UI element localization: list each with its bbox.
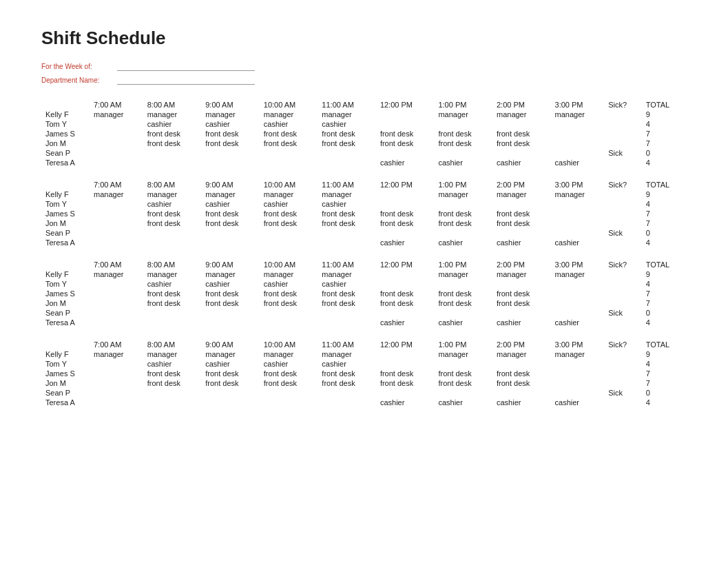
cell-4-0-6: manager — [434, 349, 492, 359]
header-cell-4-9: 3:00 PM — [551, 340, 605, 349]
cell-4-3-8 — [551, 378, 605, 388]
cell-3-3-8 — [551, 298, 605, 308]
table-row: Tom Ycashiercashiercashiercashier4 — [41, 359, 687, 369]
cell-2-5-10: 4 — [642, 238, 687, 247]
cell-2-5-9 — [604, 238, 642, 247]
cell-1-5-1 — [143, 158, 202, 167]
name-cell-2-3: Jon M — [41, 218, 90, 228]
cell-3-2-5: front desk — [376, 289, 435, 298]
table-row: Jon Mfront deskfront deskfront deskfront… — [41, 298, 687, 308]
table-row: Kelly Fmanagermanagermanagermanagermanag… — [41, 110, 687, 119]
header-cell-2-6: 12:00 PM — [376, 180, 435, 190]
cell-4-0-0: manager — [90, 349, 143, 359]
cell-4-0-2: manager — [201, 349, 260, 359]
week-input[interactable] — [117, 61, 255, 71]
header-cell-4-3: 9:00 AM — [201, 340, 260, 349]
header-cell-4-4: 10:00 AM — [260, 340, 318, 349]
schedule-table-1: 7:00 AM8:00 AM9:00 AM10:00 AM11:00 AM12:… — [41, 100, 687, 167]
cell-2-5-8: cashier — [551, 238, 605, 247]
header-cell-3-10: Sick? — [604, 260, 642, 269]
header-cell-1-5: 11:00 AM — [318, 100, 376, 110]
cell-1-5-3 — [260, 158, 318, 167]
header-cell-3-8: 2:00 PM — [492, 260, 551, 269]
cell-3-1-2: cashier — [201, 279, 260, 289]
name-cell-3-1: Tom Y — [41, 279, 90, 289]
cell-3-3-5: front desk — [376, 298, 435, 308]
cell-1-1-8 — [551, 119, 605, 129]
cell-2-2-6: front desk — [434, 209, 492, 218]
cell-1-3-1: front desk — [143, 139, 202, 148]
cell-4-1-3: cashier — [260, 359, 318, 369]
header-cell-1-7: 1:00 PM — [434, 100, 492, 110]
cell-2-4-8 — [551, 228, 605, 238]
schedule-blocks: 7:00 AM8:00 AM9:00 AM10:00 AM11:00 AM12:… — [41, 100, 687, 407]
cell-1-0-10: 9 — [642, 110, 687, 119]
cell-1-5-5: cashier — [376, 158, 435, 167]
cell-2-2-1: front desk — [143, 209, 202, 218]
cell-2-0-7: manager — [492, 190, 551, 199]
table-row: Jon Mfront deskfront deskfront deskfront… — [41, 218, 687, 228]
cell-4-4-2 — [201, 388, 260, 398]
cell-3-4-7 — [492, 308, 551, 318]
cell-2-0-10: 9 — [642, 190, 687, 199]
cell-1-3-10: 7 — [642, 139, 687, 148]
cell-4-5-7: cashier — [492, 398, 551, 407]
header-cell-3-1: 7:00 AM — [90, 260, 143, 269]
cell-4-0-5 — [376, 349, 435, 359]
cell-1-2-6: front desk — [434, 129, 492, 139]
cell-3-5-2 — [201, 318, 260, 327]
cell-2-2-3: front desk — [260, 209, 318, 218]
cell-3-2-10: 7 — [642, 289, 687, 298]
cell-3-3-3: front desk — [260, 298, 318, 308]
name-cell-3-5: Teresa A — [41, 318, 90, 327]
cell-4-5-2 — [201, 398, 260, 407]
cell-3-4-10: 0 — [642, 308, 687, 318]
header-cell-4-10: Sick? — [604, 340, 642, 349]
table-row: Sean PSick0 — [41, 308, 687, 318]
cell-4-4-1 — [143, 388, 202, 398]
cell-3-3-2: front desk — [201, 298, 260, 308]
dept-input[interactable] — [117, 75, 255, 85]
name-cell-2-5: Teresa A — [41, 238, 90, 247]
cell-3-5-0 — [90, 318, 143, 327]
header-cell-2-1: 7:00 AM — [90, 180, 143, 190]
cell-2-3-0 — [90, 218, 143, 228]
cell-3-5-6: cashier — [434, 318, 492, 327]
cell-2-3-2: front desk — [201, 218, 260, 228]
cell-4-2-0 — [90, 369, 143, 378]
cell-1-4-9: Sick — [604, 148, 642, 158]
cell-1-4-4 — [318, 148, 376, 158]
cell-3-1-4: cashier — [318, 279, 376, 289]
cell-4-4-5 — [376, 388, 435, 398]
cell-4-1-4: cashier — [318, 359, 376, 369]
name-cell-2-2: James S — [41, 209, 90, 218]
table-row: James Sfront deskfront deskfront deskfro… — [41, 289, 687, 298]
header-cell-2-10: Sick? — [604, 180, 642, 190]
cell-2-3-8 — [551, 218, 605, 228]
name-cell-4-2: James S — [41, 369, 90, 378]
cell-3-4-5 — [376, 308, 435, 318]
header-cell-3-5: 11:00 AM — [318, 260, 376, 269]
cell-2-4-6 — [434, 228, 492, 238]
name-cell-4-1: Tom Y — [41, 359, 90, 369]
cell-2-3-5: front desk — [376, 218, 435, 228]
cell-4-0-10: 9 — [642, 349, 687, 359]
cell-4-3-7: front desk — [492, 378, 551, 388]
cell-3-0-2: manager — [201, 269, 260, 279]
cell-4-2-8 — [551, 369, 605, 378]
cell-4-3-5: front desk — [376, 378, 435, 388]
cell-3-3-9 — [604, 298, 642, 308]
table-row: Sean PSick0 — [41, 228, 687, 238]
header-cell-4-5: 11:00 AM — [318, 340, 376, 349]
cell-2-4-1 — [143, 228, 202, 238]
cell-4-4-0 — [90, 388, 143, 398]
cell-4-2-1: front desk — [143, 369, 202, 378]
cell-3-5-8: cashier — [551, 318, 605, 327]
cell-2-5-7: cashier — [492, 238, 551, 247]
cell-2-0-9 — [604, 190, 642, 199]
header-cell-3-9: 3:00 PM — [551, 260, 605, 269]
cell-3-1-0 — [90, 279, 143, 289]
cell-4-0-1: manager — [143, 349, 202, 359]
cell-1-0-0: manager — [90, 110, 143, 119]
cell-2-3-4: front desk — [318, 218, 376, 228]
